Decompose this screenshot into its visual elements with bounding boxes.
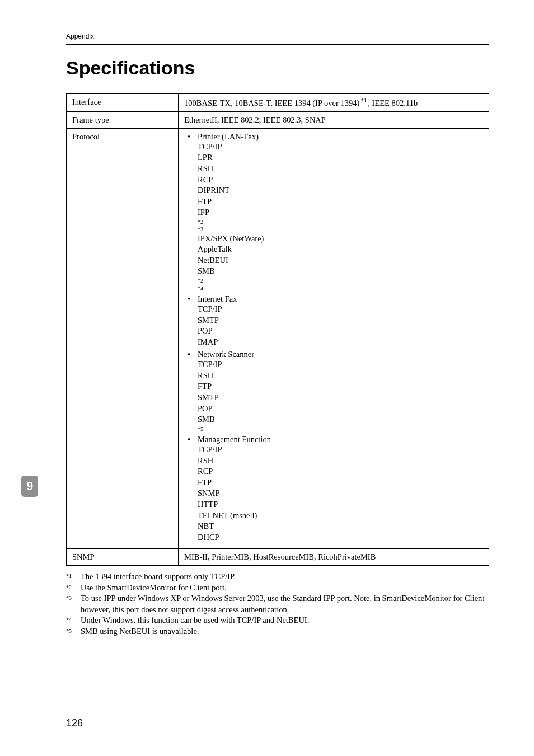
cell-interface-value: 100BASE-TX, 10BASE-T, IEEE 1394 (IP over… xyxy=(179,94,489,112)
footnote: *2Use the SmartDeviceMonitor for Client … xyxy=(66,583,489,594)
protocol-group: Internet FaxTCP/IPSMTPPOPIMAP xyxy=(186,294,483,348)
footnote: *3To use IPP under Windows XP or Windows… xyxy=(66,593,489,615)
protocol-line: RCP xyxy=(198,466,483,477)
chapter-tab: 9 xyxy=(21,476,38,497)
protocol-line: SMTP xyxy=(198,392,483,403)
protocol-group-lines: TCP/IPSMTPPOPIMAP xyxy=(198,304,483,348)
protocol-group-lines: TCP/IPRSHFTPSMTPPOPSMB *5 xyxy=(198,359,483,433)
cell-snmp-value: MIB-II, PrinterMIB, HostResourceMIB, Ric… xyxy=(179,549,489,566)
protocol-group-title: Printer (LAN-Fax) xyxy=(198,132,259,141)
footnotes: *1The 1394 interface board supports only… xyxy=(66,571,489,637)
protocol-line: TCP/IP xyxy=(198,142,483,153)
protocol-group-lines: TCP/IPRSHRCPFTPSNMPHTTPTELNET (mshell)NB… xyxy=(198,444,483,543)
protocol-line: IPX/SPX (NetWare) xyxy=(198,233,483,245)
protocol-line: NetBEUI xyxy=(198,255,483,266)
protocol-line: LPR xyxy=(198,152,483,163)
protocol-line: AppleTalk xyxy=(198,244,483,255)
footnote: *4Under Windows, this function can be us… xyxy=(66,615,489,626)
footnote-text: The 1394 interface board supports only T… xyxy=(81,572,236,581)
protocol-line: FTP xyxy=(198,196,483,208)
footnote-mark: *3 xyxy=(66,594,72,602)
protocol-group: Printer (LAN-Fax)TCP/IPLPRRSHRCPDIPRINTF… xyxy=(186,132,483,292)
cell-interface-label: Interface xyxy=(67,94,179,112)
protocol-line: RSH xyxy=(198,456,483,467)
protocol-line: TCP/IP xyxy=(198,359,483,370)
protocol-line: NBT xyxy=(198,521,483,532)
protocol-line: POP xyxy=(198,326,483,337)
interface-value-prefix: 100BASE-TX, 10BASE-T, IEEE 1394 (IP over… xyxy=(184,98,359,107)
cell-snmp-label: SNMP xyxy=(67,549,179,566)
cell-frametype-value: EthernetII, IEEE 802.2, IEEE 802.3, SNAP xyxy=(179,111,489,128)
protocol-line: SMB *2 *4 xyxy=(198,266,483,292)
table-row: SNMP MIB-II, PrinterMIB, HostResourceMIB… xyxy=(67,549,489,566)
protocol-group-lines: TCP/IPLPRRSHRCPDIPRINTFTPIPP *2 *3IPX/SP… xyxy=(198,142,483,292)
protocol-line: FTP xyxy=(198,477,483,489)
footnote-text: Under Windows, this function can be used… xyxy=(81,616,309,624)
page-number: 126 xyxy=(66,717,83,729)
protocol-line: POP xyxy=(198,403,483,415)
cell-protocol-value: Printer (LAN-Fax)TCP/IPLPRRSHRCPDIPRINTF… xyxy=(179,128,489,548)
footnote-text: To use IPP under Windows XP or Windows S… xyxy=(81,594,484,614)
protocol-line: RCP xyxy=(198,175,483,186)
protocol-group-title: Internet Fax xyxy=(198,294,237,303)
footnote-text: SMB using NetBEUI is unavailable. xyxy=(81,627,199,636)
protocol-line: SNMP xyxy=(198,488,483,499)
protocol-line: FTP xyxy=(198,381,483,392)
protocol-line: DIPRINT xyxy=(198,185,483,196)
specifications-table: Interface 100BASE-TX, 10BASE-T, IEEE 139… xyxy=(66,93,489,566)
protocol-line: TCP/IP xyxy=(198,444,483,456)
protocol-line: RSH xyxy=(198,163,483,175)
protocol-line: DHCP xyxy=(198,532,483,543)
section-label: Appendix xyxy=(66,32,489,45)
protocol-line: SMTP xyxy=(198,315,483,326)
cell-protocol-label: Protocol xyxy=(67,128,179,548)
table-row: Protocol Printer (LAN-Fax)TCP/IPLPRRSHRC… xyxy=(67,128,489,548)
protocol-group: Management FunctionTCP/IPRSHRCPFTPSNMPHT… xyxy=(186,435,483,543)
interface-value-sup: *1 xyxy=(359,97,368,104)
footnote-mark: *4 xyxy=(66,616,72,624)
table-row: Frame type EthernetII, IEEE 802.2, IEEE … xyxy=(67,111,489,128)
protocol-line: TCP/IP xyxy=(198,304,483,315)
protocol-line: RSH xyxy=(198,370,483,382)
page-title: Specifications xyxy=(66,57,489,79)
protocol-group-title: Management Function xyxy=(198,435,271,444)
footnote-mark: *1 xyxy=(66,572,72,580)
footnote-mark: *5 xyxy=(66,627,72,635)
protocol-line: SMB *5 xyxy=(198,414,483,433)
footnote-mark: *2 xyxy=(66,584,72,591)
protocol-group: Network ScannerTCP/IPRSHFTPSMTPPOPSMB *5 xyxy=(186,350,483,433)
table-row: Interface 100BASE-TX, 10BASE-T, IEEE 139… xyxy=(67,94,489,112)
protocol-group-title: Network Scanner xyxy=(198,350,254,359)
protocol-list: Printer (LAN-Fax)TCP/IPLPRRSHRCPDIPRINTF… xyxy=(184,132,483,543)
protocol-line: HTTP xyxy=(198,499,483,510)
footnote: *5SMB using NetBEUI is unavailable. xyxy=(66,626,489,637)
protocol-line: TELNET (mshell) xyxy=(198,510,483,522)
protocol-line: IMAP xyxy=(198,337,483,348)
footnote-text: Use the SmartDeviceMonitor for Client po… xyxy=(81,583,227,592)
cell-frametype-label: Frame type xyxy=(67,111,179,128)
protocol-line: IPP *2 *3 xyxy=(198,207,483,233)
footnote: *1The 1394 interface board supports only… xyxy=(66,571,489,583)
interface-value-suffix: , IEEE 802.11b xyxy=(368,98,418,107)
